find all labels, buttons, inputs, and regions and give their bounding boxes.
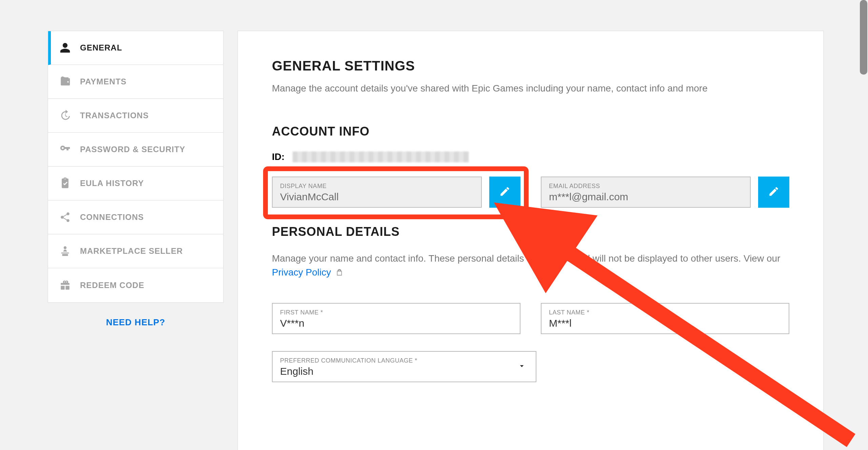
id-value-redacted bbox=[293, 151, 469, 162]
sidebar-item-connections[interactable]: CONNECTIONS bbox=[48, 201, 223, 234]
vertical-scrollbar[interactable] bbox=[860, 0, 867, 75]
sidebar-item-label: GENERAL bbox=[80, 43, 122, 53]
display-name-group: DISPLAY NAME VivianMcCall bbox=[272, 177, 520, 208]
first-name-input[interactable]: FIRST NAME * V***n bbox=[272, 303, 520, 334]
last-name-input[interactable]: LAST NAME * M***l bbox=[541, 303, 789, 334]
wallet-icon bbox=[59, 76, 71, 88]
account-info-title: ACCOUNT INFO bbox=[272, 124, 789, 139]
field-label: DISPLAY NAME bbox=[280, 183, 474, 190]
pencil-icon bbox=[499, 186, 511, 199]
podium-person-icon bbox=[59, 245, 71, 257]
sidebar-item-label: REDEEM CODE bbox=[80, 281, 144, 290]
need-help-link[interactable]: NEED HELP? bbox=[47, 317, 224, 328]
sidebar-item-eula-history[interactable]: EULA HISTORY bbox=[48, 167, 223, 201]
field-label: FIRST NAME * bbox=[280, 309, 512, 316]
email-field: EMAIL ADDRESS m***l@gmail.com bbox=[541, 177, 751, 208]
page-title: GENERAL SETTINGS bbox=[272, 58, 789, 74]
field-value: English bbox=[280, 366, 528, 377]
display-name-field: DISPLAY NAME VivianMcCall bbox=[272, 177, 482, 208]
sidebar-item-label: EULA HISTORY bbox=[80, 179, 144, 188]
sidebar-item-label: PASSWORD & SECURITY bbox=[80, 145, 185, 154]
edit-display-name-button[interactable] bbox=[489, 177, 520, 208]
field-value: V***n bbox=[280, 318, 512, 329]
sidebar-item-label: PAYMENTS bbox=[80, 77, 126, 86]
first-name-group: FIRST NAME * V***n bbox=[272, 303, 520, 334]
sidebar-item-label: MARKETPLACE SELLER bbox=[80, 246, 183, 256]
personal-details-title: PERSONAL DETAILS bbox=[272, 225, 789, 239]
field-label: EMAIL ADDRESS bbox=[549, 183, 743, 190]
history-icon bbox=[59, 109, 71, 122]
personal-details-desc: Manage your name and contact info. These… bbox=[272, 252, 789, 279]
lock-icon bbox=[336, 269, 344, 277]
sidebar-item-general[interactable]: GENERAL bbox=[48, 31, 223, 65]
last-name-group: LAST NAME * M***l bbox=[541, 303, 789, 334]
sidebar-item-label: TRANSACTIONS bbox=[80, 111, 149, 120]
clipboard-check-icon bbox=[59, 177, 71, 189]
email-group: EMAIL ADDRESS m***l@gmail.com bbox=[541, 177, 789, 208]
key-icon bbox=[59, 143, 71, 156]
sidebar-item-payments[interactable]: PAYMENTS bbox=[48, 65, 223, 99]
sidebar-item-transactions[interactable]: TRANSACTIONS bbox=[48, 99, 223, 133]
sidebar-item-password-security[interactable]: PASSWORD & SECURITY bbox=[48, 133, 223, 167]
person-icon bbox=[59, 42, 71, 54]
page-subtitle: Manage the account details you've shared… bbox=[272, 83, 789, 94]
field-label: LAST NAME * bbox=[549, 309, 781, 316]
nav-list: GENERAL PAYMENTS TRANSACTIONS PASSWORD &… bbox=[47, 30, 224, 303]
pencil-icon bbox=[768, 186, 780, 199]
desc-text: Manage your name and contact info. These… bbox=[272, 253, 780, 264]
account-id-row: ID: bbox=[272, 151, 789, 162]
language-select[interactable]: PREFERRED COMMUNICATION LANGUAGE * Engli… bbox=[272, 351, 536, 382]
field-value: M***l bbox=[549, 318, 781, 329]
field-value: m***l@gmail.com bbox=[549, 191, 743, 203]
language-group: PREFERRED COMMUNICATION LANGUAGE * Engli… bbox=[272, 351, 536, 382]
field-value: VivianMcCall bbox=[280, 191, 474, 203]
id-label: ID: bbox=[272, 151, 284, 162]
sidebar-item-marketplace-seller[interactable]: MARKETPLACE SELLER bbox=[48, 234, 223, 268]
sidebar-item-label: CONNECTIONS bbox=[80, 212, 144, 222]
edit-email-button[interactable] bbox=[758, 177, 789, 208]
gift-icon bbox=[59, 279, 71, 291]
settings-sidebar: GENERAL PAYMENTS TRANSACTIONS PASSWORD &… bbox=[47, 30, 224, 450]
share-icon bbox=[59, 211, 71, 223]
privacy-policy-link[interactable]: Privacy Policy bbox=[272, 267, 331, 278]
main-panel: GENERAL SETTINGS Manage the account deta… bbox=[237, 30, 824, 450]
field-label: PREFERRED COMMUNICATION LANGUAGE * bbox=[280, 357, 528, 364]
sidebar-item-redeem-code[interactable]: REDEEM CODE bbox=[48, 268, 223, 302]
